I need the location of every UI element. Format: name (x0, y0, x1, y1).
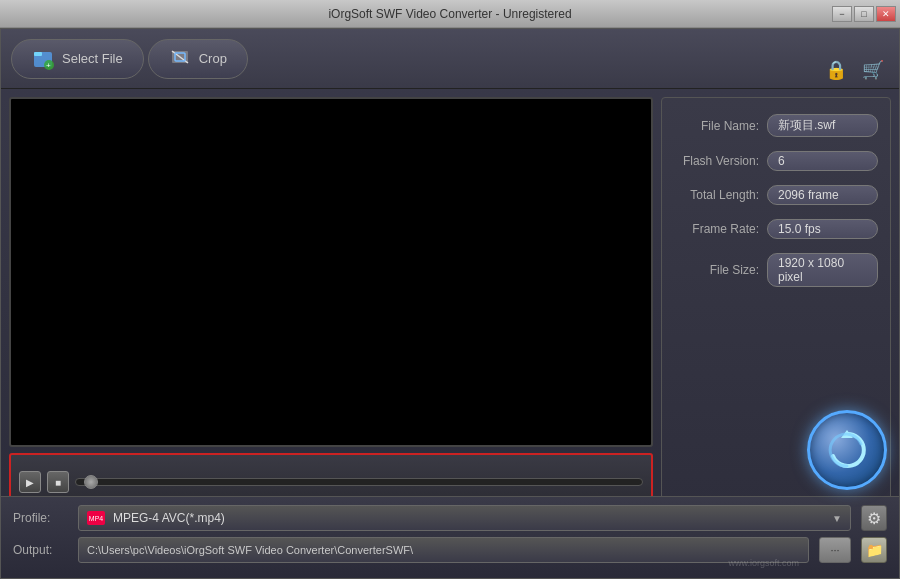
svg-text:+: + (46, 61, 51, 70)
main-window: 🔒 🛒 + Select File (0, 28, 900, 579)
video-section: ▶ ■ (9, 97, 653, 511)
crop-icon (169, 48, 191, 70)
open-folder-button[interactable]: 📁 (861, 537, 887, 563)
progress-bar[interactable] (75, 478, 643, 486)
file-name-row: File Name: 新项目.swf (674, 114, 878, 137)
stop-icon: ■ (55, 477, 61, 488)
title-bar: iOrgSoft SWF Video Converter - Unregiste… (0, 0, 900, 28)
video-preview (9, 97, 653, 447)
cart-icon[interactable]: 🛒 (862, 59, 884, 81)
frame-rate-label: Frame Rate: (674, 222, 759, 236)
file-size-row: File Size: 1920 x 1080 pixel (674, 253, 878, 287)
play-button[interactable]: ▶ (19, 471, 41, 493)
select-file-label: Select File (62, 51, 123, 66)
minimize-button[interactable]: − (832, 6, 852, 22)
folder-icon: 📁 (866, 542, 883, 558)
output-path[interactable]: C:\Users\pc\Videos\iOrgSoft SWF Video Co… (78, 537, 809, 563)
lock-icon[interactable]: 🔒 (825, 59, 847, 81)
total-length-row: Total Length: 2096 frame (674, 185, 878, 205)
output-value: C:\Users\pc\Videos\iOrgSoft SWF Video Co… (87, 544, 413, 556)
file-size-value: 1920 x 1080 pixel (767, 253, 878, 287)
browse-icon: ··· (830, 544, 839, 556)
flash-version-label: Flash Version: (674, 154, 759, 168)
window-icons: 🔒 🛒 (825, 59, 884, 81)
watermark: www.iorgsoft.com (728, 558, 799, 568)
controls-row: ▶ ■ (19, 471, 643, 493)
convert-arrows-svg (825, 428, 869, 472)
flash-version-value: 6 (767, 151, 878, 171)
close-button[interactable]: ✕ (876, 6, 896, 22)
crop-button[interactable]: Crop (148, 39, 248, 79)
dropdown-arrow-icon: ▼ (832, 513, 842, 524)
settings-button[interactable]: ⚙ (861, 505, 887, 531)
play-icon: ▶ (26, 477, 34, 488)
frame-rate-value: 15.0 fps (767, 219, 878, 239)
select-file-button[interactable]: + Select File (11, 39, 144, 79)
content-area: ▶ ■ File Name: 新项目.swf Flash Version: (1, 89, 899, 519)
output-label: Output: (13, 543, 68, 557)
toolbar: + Select File Crop (1, 29, 899, 89)
file-name-value: 新项目.swf (767, 114, 878, 137)
svg-rect-1 (34, 52, 42, 56)
progress-thumb (84, 475, 98, 489)
profile-label: Profile: (13, 511, 68, 525)
window-title: iOrgSoft SWF Video Converter - Unregiste… (328, 7, 571, 21)
gear-icon: ⚙ (867, 509, 881, 528)
profile-value: MPEG-4 AVC(*.mp4) (113, 511, 225, 525)
file-name-label: File Name: (674, 119, 759, 133)
profile-row: Profile: MP4 MPEG-4 AVC(*.mp4) ▼ ⚙ (13, 505, 887, 531)
flash-version-row: Flash Version: 6 (674, 151, 878, 171)
profile-select[interactable]: MP4 MPEG-4 AVC(*.mp4) ▼ (78, 505, 851, 531)
file-size-label: File Size: (674, 263, 759, 277)
convert-circle (807, 410, 887, 490)
window-controls: − □ ✕ (832, 6, 896, 22)
frame-rate-row: Frame Rate: 15.0 fps (674, 219, 878, 239)
profile-format-icon: MP4 (87, 511, 105, 525)
browse-button[interactable]: ··· (819, 537, 851, 563)
select-file-icon: + (32, 48, 54, 70)
restore-button[interactable]: □ (854, 6, 874, 22)
total-length-value: 2096 frame (767, 185, 878, 205)
crop-label: Crop (199, 51, 227, 66)
convert-button[interactable] (807, 410, 887, 490)
stop-button[interactable]: ■ (47, 471, 69, 493)
total-length-label: Total Length: (674, 188, 759, 202)
